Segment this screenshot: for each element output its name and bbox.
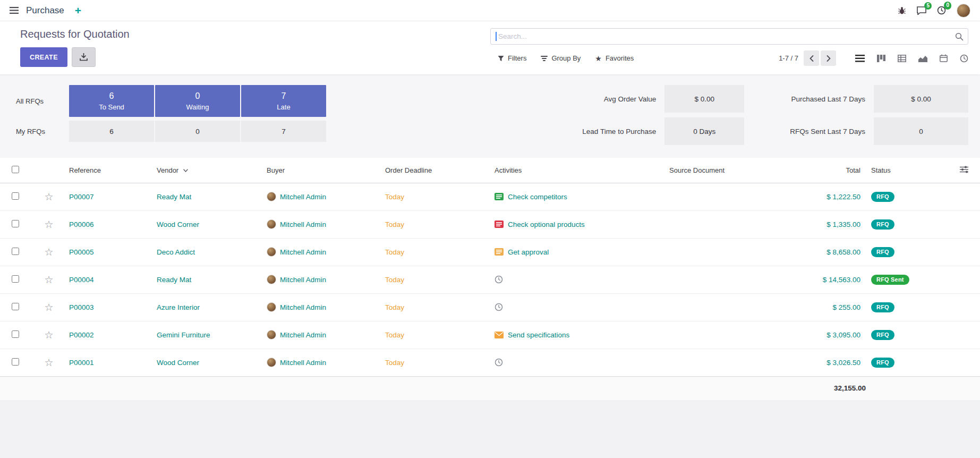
- activity-note-icon[interactable]: [495, 248, 504, 256]
- activity-mail-icon[interactable]: [495, 332, 504, 338]
- group-by-button[interactable]: Group By: [541, 54, 581, 62]
- rfq-card-count: 7: [282, 91, 286, 101]
- activity-label[interactable]: Check optional products: [508, 220, 585, 228]
- favorite-star-icon[interactable]: ☆: [44, 191, 53, 202]
- reference-link[interactable]: P00001: [69, 359, 94, 367]
- reference-link[interactable]: P00005: [69, 248, 94, 256]
- rfq-table-row[interactable]: ☆ P00006 Wood Corner Mitchell Admin Toda…: [0, 210, 980, 238]
- rfq-table-row[interactable]: ☆ P00007 Ready Mat Mitchell Admin Today: [0, 183, 980, 210]
- favorite-star-icon[interactable]: ☆: [44, 329, 53, 341]
- debug-bug-icon[interactable]: [898, 6, 906, 15]
- pager-previous-button[interactable]: [804, 50, 819, 66]
- rfq-table-row[interactable]: ☆ P00001 Wood Corner Mitchell Admin Toda…: [0, 349, 980, 376]
- select-all-checkbox[interactable]: [12, 166, 19, 173]
- column-header-source[interactable]: Source Document: [664, 158, 786, 183]
- buyer-link[interactable]: Mitchell Admin: [280, 359, 326, 367]
- buyer-avatar: [267, 358, 276, 367]
- pivot-view-icon[interactable]: [898, 55, 906, 62]
- activity-clock-icon[interactable]: [495, 275, 503, 284]
- current-app-name[interactable]: Purchase: [26, 5, 64, 16]
- row-checkbox[interactable]: [12, 275, 19, 283]
- chevron-down-icon: [183, 169, 188, 172]
- reference-link[interactable]: P00003: [69, 303, 94, 311]
- reference-link[interactable]: P00004: [69, 276, 94, 284]
- buyer-link[interactable]: Mitchell Admin: [280, 193, 326, 201]
- activity-note-icon[interactable]: [495, 220, 504, 228]
- reference-link[interactable]: P00006: [69, 220, 94, 228]
- buyer-link[interactable]: Mitchell Admin: [280, 248, 326, 256]
- vendor-link[interactable]: Wood Corner: [157, 359, 199, 367]
- rfq-list-table: Reference Vendor Buyer Order Deadline Ac…: [0, 158, 980, 400]
- apps-menu-icon[interactable]: [10, 7, 19, 14]
- total-amount: $ 1,222.50: [826, 193, 860, 201]
- vendor-link[interactable]: Wood Corner: [157, 220, 199, 228]
- optional-columns-icon[interactable]: [960, 166, 968, 173]
- favorite-star-icon[interactable]: ☆: [44, 274, 53, 285]
- row-checkbox[interactable]: [12, 220, 19, 227]
- kanban-view-icon[interactable]: [877, 55, 885, 62]
- vendor-link[interactable]: Ready Mat: [157, 193, 191, 201]
- my-rfq-count[interactable]: 6: [69, 121, 154, 142]
- rfq-table-row[interactable]: ☆ P00003 Azure Interior Mitchell Admin T…: [0, 293, 980, 321]
- vendor-link[interactable]: Gemini Furniture: [157, 331, 210, 339]
- messages-icon[interactable]: 5: [917, 6, 926, 15]
- column-header-vendor[interactable]: Vendor: [151, 158, 261, 183]
- rfq-card-count: 6: [109, 91, 114, 101]
- activity-label[interactable]: Check competitors: [508, 193, 567, 201]
- my-rfq-count[interactable]: 7: [241, 121, 326, 142]
- buyer-link[interactable]: Mitchell Admin: [280, 220, 326, 228]
- search-box[interactable]: [490, 28, 968, 45]
- activity-label[interactable]: Send specifications: [508, 331, 569, 339]
- favorite-star-icon[interactable]: ☆: [44, 247, 53, 258]
- vendor-link[interactable]: Azure Interior: [157, 303, 200, 311]
- export-button[interactable]: [72, 47, 96, 67]
- vendor-link[interactable]: Deco Addict: [157, 248, 195, 256]
- row-checkbox[interactable]: [12, 330, 19, 338]
- row-checkbox[interactable]: [12, 303, 19, 310]
- reference-link[interactable]: P00007: [69, 193, 94, 201]
- row-checkbox[interactable]: [12, 248, 19, 255]
- rfq-table-row[interactable]: ☆ P00005 Deco Addict Mitchell Admin Toda…: [0, 238, 980, 266]
- row-checkbox[interactable]: [12, 192, 19, 200]
- search-input[interactable]: [497, 32, 951, 40]
- activity-label[interactable]: Get approval: [508, 248, 549, 256]
- favorite-star-icon[interactable]: ☆: [44, 219, 53, 230]
- buyer-link[interactable]: Mitchell Admin: [280, 303, 326, 311]
- activity-clock-icon[interactable]: [495, 358, 503, 367]
- rfq-table-row[interactable]: ☆ P00004 Ready Mat Mitchell Admin Today: [0, 266, 980, 293]
- column-header-activities[interactable]: Activities: [489, 158, 664, 183]
- favorite-star-icon[interactable]: ☆: [44, 357, 53, 368]
- column-header-total[interactable]: Total: [786, 158, 866, 183]
- create-button[interactable]: CREATE: [20, 47, 67, 67]
- favorites-button[interactable]: ★ Favorites: [595, 54, 634, 62]
- rfq-filter-card[interactable]: 7 Late: [241, 85, 326, 117]
- buyer-avatar: [267, 192, 276, 201]
- filters-button[interactable]: Filters: [498, 54, 526, 62]
- row-checkbox[interactable]: [12, 358, 19, 366]
- buyer-link[interactable]: Mitchell Admin: [280, 276, 326, 284]
- pager-next-button[interactable]: [821, 50, 836, 66]
- reference-link[interactable]: P00002: [69, 331, 94, 339]
- rfq-table-row[interactable]: ☆ P00002 Gemini Furniture Mitchell Admin…: [0, 321, 980, 349]
- activity-clock-icon[interactable]: [495, 303, 503, 311]
- pager-value[interactable]: 1-7 / 7: [779, 54, 798, 62]
- column-header-status[interactable]: Status: [866, 158, 948, 183]
- graph-view-icon[interactable]: [918, 55, 927, 62]
- activities-clock-icon[interactable]: 0: [937, 6, 946, 15]
- column-header-buyer[interactable]: Buyer: [261, 158, 380, 183]
- buyer-link[interactable]: Mitchell Admin: [280, 331, 326, 339]
- favorite-star-icon[interactable]: ☆: [44, 302, 53, 313]
- rfq-filter-card[interactable]: 6 To Send: [69, 85, 154, 117]
- user-avatar[interactable]: [957, 4, 970, 18]
- column-header-deadline[interactable]: Order Deadline: [380, 158, 489, 183]
- list-view-icon[interactable]: [855, 55, 865, 62]
- search-icon[interactable]: [955, 32, 964, 41]
- new-tab-button[interactable]: +: [75, 5, 81, 16]
- activity-note-icon[interactable]: [495, 193, 504, 200]
- column-header-reference[interactable]: Reference: [64, 158, 151, 183]
- calendar-view-icon[interactable]: [940, 54, 948, 62]
- rfq-filter-card[interactable]: 0 Waiting: [155, 85, 240, 117]
- activity-view-icon[interactable]: [960, 54, 968, 63]
- my-rfq-count[interactable]: 0: [155, 121, 240, 142]
- vendor-link[interactable]: Ready Mat: [157, 276, 191, 284]
